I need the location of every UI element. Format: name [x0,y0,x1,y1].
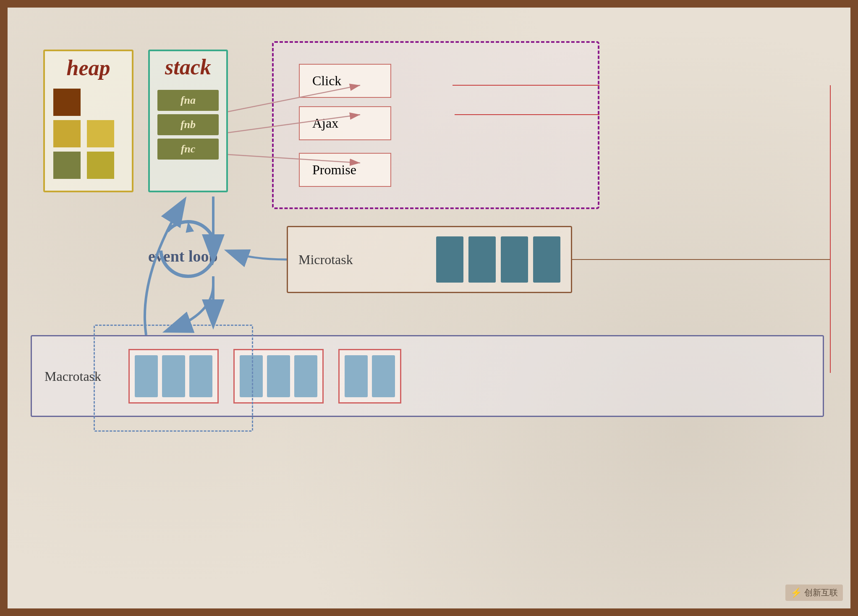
watermark: ⚡ 创新互联 [785,585,843,601]
heap-square-olive2 [87,152,114,179]
stack-item-fnb: fnb [157,114,219,135]
heap-square-gold1 [53,120,81,147]
svg-marker-12 [184,221,194,233]
stack-items: fna fnb fnc [150,84,226,166]
macrotask-label: Macrotask [44,368,101,384]
macro-block-3-2 [372,355,395,397]
macro-block-2-3 [294,355,317,397]
microtask-box: Microtask [287,226,572,293]
stack-box: stack fna fnb fnc [148,50,228,192]
macrotask-group-2 [233,349,324,404]
micro-block-2 [468,236,496,283]
watermark-text: 创新互联 [804,587,838,598]
heap-squares [45,82,132,185]
heap-box: heap [43,50,133,192]
microtask-blocks [436,236,560,283]
heap-row-1 [53,89,123,116]
macrotask-group-1 [128,349,219,404]
event-loop-label: event loop [148,247,218,265]
micro-block-4 [533,236,560,283]
macro-block-1-3 [189,355,212,397]
macro-block-1-1 [135,355,158,397]
macrotask-box: Macrotask [31,335,824,417]
webapi-ajax: Ajax [299,106,391,140]
webapi-items: Click Ajax Promise [274,43,598,216]
watermark-icon: ⚡ [790,587,802,598]
macrotask-groups [128,349,401,404]
macro-block-3-1 [345,355,368,397]
micro-block-3 [501,236,528,283]
webapi-promise: Promise [299,153,391,187]
heap-square-olive1 [53,152,81,179]
webapi-click: Click [299,64,391,98]
micro-block-1 [436,236,463,283]
macro-block-2-1 [240,355,263,397]
heap-row-3 [53,152,123,179]
macro-block-2-2 [267,355,290,397]
microtask-label: Microtask [298,252,353,267]
stack-item-fna: fna [157,90,219,111]
webapi-box: Click Ajax Promise [272,41,599,209]
heap-square-gold2 [87,120,114,147]
macrotask-group-3 [338,349,401,404]
heap-row-2 [53,120,123,147]
macro-block-1-2 [162,355,185,397]
heap-square-brown [53,89,81,116]
stack-item-fnc: fnc [157,139,219,160]
heap-title: heap [45,55,132,80]
stack-title: stack [150,55,226,79]
